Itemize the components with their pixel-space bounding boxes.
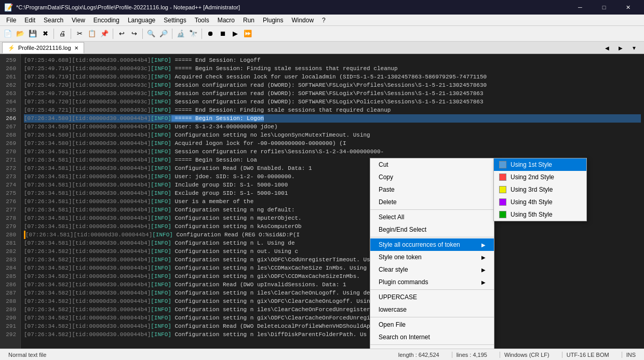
ctx-sep-5 (370, 344, 494, 345)
line-number-284: 284 (4, 264, 16, 272)
style-4-color (499, 198, 506, 206)
macro-rec-button[interactable]: ⏺ (205, 28, 216, 39)
code-line-259: [07:25:49.688][tid:00000d30.000044b4][IN… (24, 56, 641, 64)
line-number-281: 281 (4, 239, 16, 247)
sub-style-1[interactable]: Using 1st Style (494, 158, 586, 171)
tab-icon: ⚡ (8, 45, 15, 51)
ctx-search-internet[interactable]: Search on Internet (370, 331, 494, 343)
close-button[interactable]: ✕ (616, 0, 640, 15)
ctx-paste[interactable]: Paste (370, 183, 494, 196)
code-line-279: [07:26:34.581][tid:00000d30.000044b4][IN… (24, 222, 641, 231)
code-line-291: [07:26:34.582][tid:00000d30.000044b4][IN… (24, 322, 641, 330)
zoom-in-button[interactable]: 🔬 (175, 28, 186, 39)
menu-help[interactable]: ? (318, 15, 330, 26)
menu-file[interactable]: File (2, 15, 20, 26)
ctx-cut[interactable]: Cut (370, 158, 494, 171)
ctx-select-all[interactable]: Select All (370, 211, 494, 223)
tab-nav-left[interactable]: ◀ (601, 42, 613, 54)
menu-plugins[interactable]: Plugins (259, 15, 287, 26)
line-number-272: 272 (4, 164, 16, 172)
line-number-271: 271 (4, 156, 16, 164)
sub-style-5[interactable]: Using 5th Style (494, 208, 586, 221)
line-number-274: 274 (4, 181, 16, 189)
zoom-out-button[interactable]: 🔭 (187, 28, 199, 39)
ctx-toggle-comment[interactable]: Toggle Single Line Comment (370, 346, 494, 349)
code-line-280: [07:26:34.581][tid:00000d30.000044b4][IN… (24, 231, 641, 239)
menu-view[interactable]: View (68, 15, 89, 26)
toolbar-sep-2 (71, 29, 71, 39)
code-line-290: [07:26:34.582][tid:00000d30.000044b4][IN… (24, 314, 641, 322)
find-replace-button[interactable]: 🔎 (158, 28, 169, 39)
status-length: length : 642,524 (394, 352, 444, 358)
undo-button[interactable]: ↩ (116, 28, 127, 39)
code-line-268: [07:26:34.580][tid:00000d30.000044b4][IN… (24, 131, 641, 139)
line-number-280: 280 (4, 231, 16, 239)
macro-stop-button[interactable]: ⏹ (217, 28, 229, 39)
line-number-288: 288 (4, 297, 16, 305)
save-button[interactable]: 💾 (27, 28, 38, 39)
ctx-clear-style[interactable]: Clear style ▶ (370, 263, 494, 276)
sub-style-3[interactable]: Using 3rd Style (494, 183, 586, 196)
status-bar: Normal text file length : 642,524 lines … (0, 349, 644, 360)
close-tab-button[interactable]: ✖ (39, 28, 51, 39)
menu-encoding[interactable]: Encoding (89, 15, 124, 26)
menu-run[interactable]: Run (239, 15, 259, 26)
find-button[interactable]: 🔍 (145, 28, 157, 39)
line-number-279: 279 (4, 222, 16, 231)
code-line-261: [07:25:49.719][tid:00000d30.0000493c][IN… (24, 73, 641, 81)
status-format: UTF-16 LE BOM (562, 352, 613, 358)
macro-play-button[interactable]: ▶ (230, 28, 241, 39)
line-number-282: 282 (4, 247, 16, 256)
menu-search[interactable]: Search (39, 15, 68, 26)
line-number-261: 261 (4, 73, 16, 81)
ctx-plugin-commands[interactable]: Plugin commands ▶ (370, 276, 494, 288)
code-line-264: [07:25:49.720][tid:00000d30.0000493c][IN… (24, 98, 641, 106)
ctx-sep-2 (370, 237, 494, 237)
minimize-button[interactable]: ─ (568, 0, 592, 15)
ctx-style-one[interactable]: Style one token ▶ (370, 251, 494, 263)
copy-button[interactable]: 📋 (86, 28, 98, 39)
menu-settings[interactable]: Settings (159, 15, 190, 26)
open-button[interactable]: 📂 (15, 28, 26, 39)
title-bar: 📝 *C:\ProgramData\FSLogix\Logs\Profile\P… (0, 0, 644, 15)
tab-label: Profile-20221116.log (18, 45, 71, 51)
macro-run-button[interactable]: ⏩ (242, 28, 253, 39)
menu-edit[interactable]: Edit (20, 15, 39, 26)
line-number-276: 276 (4, 197, 16, 206)
tab-list-button[interactable]: ▼ (628, 42, 640, 54)
tab-close-button[interactable]: ✕ (74, 45, 78, 51)
redo-button[interactable]: ↪ (128, 28, 140, 39)
context-menu: Cut Copy Paste Delete Select All Begin/E… (370, 158, 494, 349)
ctx-delete[interactable]: Delete (370, 196, 494, 208)
ctx-style-all[interactable]: Style all occurrences of token ▶ (370, 238, 494, 251)
ctx-copy[interactable]: Copy (370, 171, 494, 183)
ctx-begin-end-select[interactable]: Begin/End Select (370, 223, 494, 236)
toolbar-sep-6 (202, 29, 202, 39)
cut-button[interactable]: ✂ (74, 28, 85, 39)
menu-window[interactable]: Window (287, 15, 318, 26)
ctx-uppercase[interactable]: UPPERCASE (370, 291, 494, 303)
menu-tools[interactable]: Tools (191, 15, 213, 26)
status-right: length : 642,524 lines : 4,195 Windows (… (394, 352, 640, 358)
maximize-button[interactable]: □ (592, 0, 616, 15)
ctx-lowercase[interactable]: lowercase (370, 303, 494, 316)
line-number-267: 267 (4, 123, 16, 131)
paste-button[interactable]: 📌 (99, 28, 110, 39)
toolbar-sep-3 (113, 29, 113, 39)
sub-style-4[interactable]: Using 4th Style (494, 196, 586, 208)
tab-nav-right[interactable]: ▶ (615, 42, 626, 54)
line-number-262: 262 (4, 81, 16, 89)
active-tab[interactable]: ⚡ Profile-20221116.log ✕ (2, 42, 84, 54)
window-title: *C:\ProgramData\FSLogix\Logs\Profile\Pro… (16, 4, 240, 10)
ctx-open-file[interactable]: Open File (370, 318, 494, 331)
code-line-262: [07:25:49.720][tid:00000d30.0000493c][IN… (24, 81, 641, 89)
sub-style-2[interactable]: Using 2nd Style (494, 171, 586, 183)
menu-macro[interactable]: Macro (213, 15, 239, 26)
style-1-color (499, 161, 506, 168)
line-number-275: 275 (4, 189, 16, 197)
new-button[interactable]: 📄 (2, 28, 14, 39)
menu-language[interactable]: Language (124, 15, 159, 26)
print-button[interactable]: 🖨 (57, 28, 68, 39)
line-number-291: 291 (4, 322, 16, 330)
line-number-260: 260 (4, 64, 16, 73)
